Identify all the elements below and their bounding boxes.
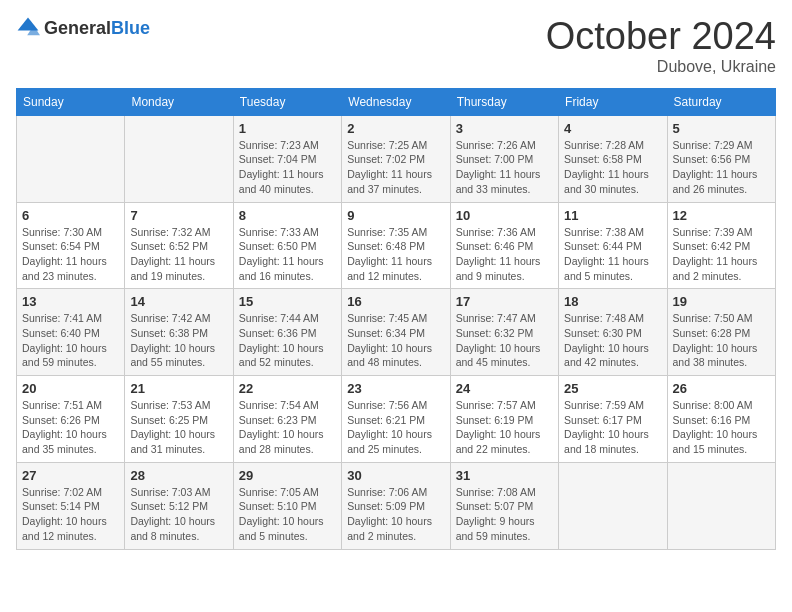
day-info: Sunrise: 7:33 AM Sunset: 6:50 PM Dayligh… <box>239 225 336 284</box>
calendar-week-row: 6Sunrise: 7:30 AM Sunset: 6:54 PM Daylig… <box>17 202 776 289</box>
day-number: 30 <box>347 468 444 483</box>
logo-general: General <box>44 18 111 38</box>
calendar-cell: 7Sunrise: 7:32 AM Sunset: 6:52 PM Daylig… <box>125 202 233 289</box>
day-number: 8 <box>239 208 336 223</box>
calendar-cell <box>125 115 233 202</box>
day-number: 7 <box>130 208 227 223</box>
day-number: 27 <box>22 468 119 483</box>
day-info: Sunrise: 7:45 AM Sunset: 6:34 PM Dayligh… <box>347 311 444 370</box>
calendar-cell: 27Sunrise: 7:02 AM Sunset: 5:14 PM Dayli… <box>17 462 125 549</box>
day-number: 26 <box>673 381 770 396</box>
day-info: Sunrise: 7:02 AM Sunset: 5:14 PM Dayligh… <box>22 485 119 544</box>
calendar-cell <box>17 115 125 202</box>
calendar-cell: 13Sunrise: 7:41 AM Sunset: 6:40 PM Dayli… <box>17 289 125 376</box>
calendar-cell: 30Sunrise: 7:06 AM Sunset: 5:09 PM Dayli… <box>342 462 450 549</box>
day-number: 1 <box>239 121 336 136</box>
day-number: 31 <box>456 468 553 483</box>
day-info: Sunrise: 7:57 AM Sunset: 6:19 PM Dayligh… <box>456 398 553 457</box>
day-info: Sunrise: 7:32 AM Sunset: 6:52 PM Dayligh… <box>130 225 227 284</box>
month-title: October 2024 <box>546 16 776 58</box>
calendar-cell: 28Sunrise: 7:03 AM Sunset: 5:12 PM Dayli… <box>125 462 233 549</box>
weekday-header-row: SundayMondayTuesdayWednesdayThursdayFrid… <box>17 88 776 115</box>
logo: GeneralBlue <box>16 16 150 40</box>
calendar-cell: 2Sunrise: 7:25 AM Sunset: 7:02 PM Daylig… <box>342 115 450 202</box>
calendar-week-row: 1Sunrise: 7:23 AM Sunset: 7:04 PM Daylig… <box>17 115 776 202</box>
calendar-cell: 16Sunrise: 7:45 AM Sunset: 6:34 PM Dayli… <box>342 289 450 376</box>
calendar-cell: 4Sunrise: 7:28 AM Sunset: 6:58 PM Daylig… <box>559 115 667 202</box>
calendar-cell: 14Sunrise: 7:42 AM Sunset: 6:38 PM Dayli… <box>125 289 233 376</box>
day-number: 9 <box>347 208 444 223</box>
calendar-cell: 10Sunrise: 7:36 AM Sunset: 6:46 PM Dayli… <box>450 202 558 289</box>
logo-icon <box>16 16 40 40</box>
day-number: 11 <box>564 208 661 223</box>
day-number: 15 <box>239 294 336 309</box>
calendar-cell: 18Sunrise: 7:48 AM Sunset: 6:30 PM Dayli… <box>559 289 667 376</box>
day-number: 17 <box>456 294 553 309</box>
weekday-header-saturday: Saturday <box>667 88 775 115</box>
day-number: 18 <box>564 294 661 309</box>
calendar-cell: 12Sunrise: 7:39 AM Sunset: 6:42 PM Dayli… <box>667 202 775 289</box>
calendar-cell: 5Sunrise: 7:29 AM Sunset: 6:56 PM Daylig… <box>667 115 775 202</box>
day-number: 23 <box>347 381 444 396</box>
day-info: Sunrise: 7:56 AM Sunset: 6:21 PM Dayligh… <box>347 398 444 457</box>
day-info: Sunrise: 8:00 AM Sunset: 6:16 PM Dayligh… <box>673 398 770 457</box>
day-info: Sunrise: 7:26 AM Sunset: 7:00 PM Dayligh… <box>456 138 553 197</box>
day-number: 14 <box>130 294 227 309</box>
page-header: GeneralBlue October 2024 Dubove, Ukraine <box>16 16 776 76</box>
day-info: Sunrise: 7:05 AM Sunset: 5:10 PM Dayligh… <box>239 485 336 544</box>
day-number: 3 <box>456 121 553 136</box>
day-info: Sunrise: 7:41 AM Sunset: 6:40 PM Dayligh… <box>22 311 119 370</box>
weekday-header-wednesday: Wednesday <box>342 88 450 115</box>
calendar-cell: 19Sunrise: 7:50 AM Sunset: 6:28 PM Dayli… <box>667 289 775 376</box>
day-number: 28 <box>130 468 227 483</box>
day-number: 10 <box>456 208 553 223</box>
calendar-cell: 15Sunrise: 7:44 AM Sunset: 6:36 PM Dayli… <box>233 289 341 376</box>
day-info: Sunrise: 7:44 AM Sunset: 6:36 PM Dayligh… <box>239 311 336 370</box>
day-info: Sunrise: 7:50 AM Sunset: 6:28 PM Dayligh… <box>673 311 770 370</box>
day-number: 4 <box>564 121 661 136</box>
day-number: 20 <box>22 381 119 396</box>
calendar-cell: 11Sunrise: 7:38 AM Sunset: 6:44 PM Dayli… <box>559 202 667 289</box>
logo-blue: Blue <box>111 18 150 38</box>
day-number: 12 <box>673 208 770 223</box>
calendar-cell <box>667 462 775 549</box>
calendar-cell: 17Sunrise: 7:47 AM Sunset: 6:32 PM Dayli… <box>450 289 558 376</box>
day-number: 29 <box>239 468 336 483</box>
calendar-week-row: 13Sunrise: 7:41 AM Sunset: 6:40 PM Dayli… <box>17 289 776 376</box>
calendar-cell: 23Sunrise: 7:56 AM Sunset: 6:21 PM Dayli… <box>342 376 450 463</box>
weekday-header-friday: Friday <box>559 88 667 115</box>
day-info: Sunrise: 7:39 AM Sunset: 6:42 PM Dayligh… <box>673 225 770 284</box>
title-block: October 2024 Dubove, Ukraine <box>546 16 776 76</box>
day-info: Sunrise: 7:59 AM Sunset: 6:17 PM Dayligh… <box>564 398 661 457</box>
calendar-cell: 3Sunrise: 7:26 AM Sunset: 7:00 PM Daylig… <box>450 115 558 202</box>
day-info: Sunrise: 7:38 AM Sunset: 6:44 PM Dayligh… <box>564 225 661 284</box>
day-number: 13 <box>22 294 119 309</box>
day-info: Sunrise: 7:08 AM Sunset: 5:07 PM Dayligh… <box>456 485 553 544</box>
calendar-cell: 31Sunrise: 7:08 AM Sunset: 5:07 PM Dayli… <box>450 462 558 549</box>
calendar-cell: 26Sunrise: 8:00 AM Sunset: 6:16 PM Dayli… <box>667 376 775 463</box>
calendar-cell <box>559 462 667 549</box>
calendar-cell: 22Sunrise: 7:54 AM Sunset: 6:23 PM Dayli… <box>233 376 341 463</box>
day-info: Sunrise: 7:06 AM Sunset: 5:09 PM Dayligh… <box>347 485 444 544</box>
calendar-cell: 24Sunrise: 7:57 AM Sunset: 6:19 PM Dayli… <box>450 376 558 463</box>
day-number: 16 <box>347 294 444 309</box>
weekday-header-monday: Monday <box>125 88 233 115</box>
day-info: Sunrise: 7:54 AM Sunset: 6:23 PM Dayligh… <box>239 398 336 457</box>
day-info: Sunrise: 7:25 AM Sunset: 7:02 PM Dayligh… <box>347 138 444 197</box>
calendar-cell: 25Sunrise: 7:59 AM Sunset: 6:17 PM Dayli… <box>559 376 667 463</box>
day-info: Sunrise: 7:36 AM Sunset: 6:46 PM Dayligh… <box>456 225 553 284</box>
weekday-header-tuesday: Tuesday <box>233 88 341 115</box>
calendar-cell: 21Sunrise: 7:53 AM Sunset: 6:25 PM Dayli… <box>125 376 233 463</box>
location-title: Dubove, Ukraine <box>546 58 776 76</box>
day-info: Sunrise: 7:47 AM Sunset: 6:32 PM Dayligh… <box>456 311 553 370</box>
calendar-cell: 29Sunrise: 7:05 AM Sunset: 5:10 PM Dayli… <box>233 462 341 549</box>
day-info: Sunrise: 7:53 AM Sunset: 6:25 PM Dayligh… <box>130 398 227 457</box>
day-number: 6 <box>22 208 119 223</box>
calendar-table: SundayMondayTuesdayWednesdayThursdayFrid… <box>16 88 776 550</box>
weekday-header-sunday: Sunday <box>17 88 125 115</box>
day-info: Sunrise: 7:51 AM Sunset: 6:26 PM Dayligh… <box>22 398 119 457</box>
day-info: Sunrise: 7:42 AM Sunset: 6:38 PM Dayligh… <box>130 311 227 370</box>
day-info: Sunrise: 7:48 AM Sunset: 6:30 PM Dayligh… <box>564 311 661 370</box>
calendar-week-row: 20Sunrise: 7:51 AM Sunset: 6:26 PM Dayli… <box>17 376 776 463</box>
calendar-week-row: 27Sunrise: 7:02 AM Sunset: 5:14 PM Dayli… <box>17 462 776 549</box>
